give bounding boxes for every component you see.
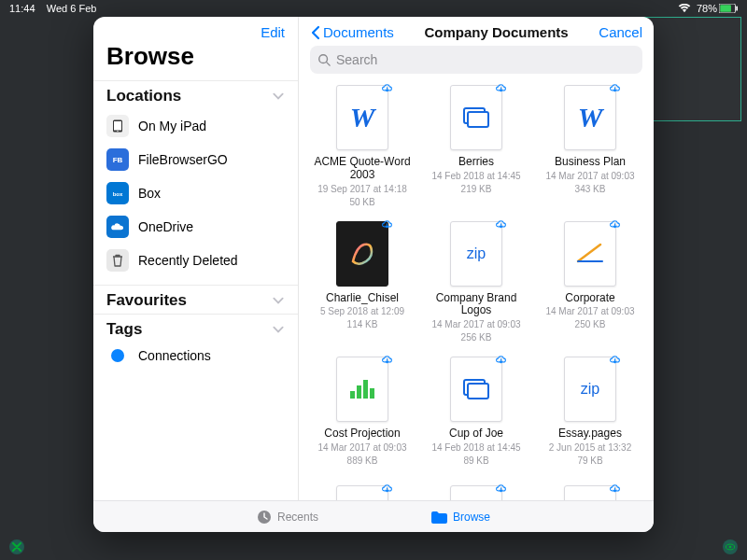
- sidebar-item-label: OneDrive: [138, 219, 193, 234]
- file-item[interactable]: Cup of Joe14 Feb 2018 at 14:4589 KB: [422, 357, 530, 467]
- onedrive-icon: [106, 216, 129, 238]
- svg-rect-6: [114, 121, 121, 131]
- edit-button[interactable]: Edit: [261, 24, 285, 40]
- sidebar-item-label: Recently Deleted: [138, 253, 238, 268]
- file-size: 256 KB: [461, 332, 492, 343]
- tab-browse-label: Browse: [453, 511, 490, 524]
- trash-icon: [106, 249, 129, 272]
- tag-connections[interactable]: Connections: [93, 343, 298, 369]
- file-date: 19 Sep 2017 at 14:18: [317, 184, 407, 195]
- file-date: 2 Jun 2015 at 13:32: [549, 442, 631, 454]
- svg-rect-17: [370, 388, 374, 399]
- section-tags-label: Tags: [106, 320, 142, 339]
- file-thumbnail: [564, 221, 616, 287]
- svg-rect-13: [468, 112, 488, 127]
- file-item[interactable]: WBusiness Plan14 Mar 2017 at 09:03343 KB: [536, 85, 644, 208]
- sidebar-item-box[interactable]: box Box: [93, 176, 298, 210]
- cloud-download-icon: [609, 354, 621, 366]
- svg-rect-19: [468, 384, 488, 399]
- svg-rect-15: [357, 385, 361, 399]
- tab-recents-label: Recents: [277, 511, 318, 524]
- section-favourites-label: Favourites: [106, 291, 187, 310]
- file-item[interactable]: Cost Projection14 Mar 2017 at 09:03889 K…: [308, 357, 416, 467]
- cancel-button[interactable]: Cancel: [599, 24, 642, 40]
- file-thumbnail: zip: [450, 221, 502, 287]
- eye-overlay-icon[interactable]: [723, 539, 738, 554]
- file-date: 14 Feb 2018 at 14:45: [431, 171, 520, 182]
- file-date: 14 Mar 2017 at 09:03: [317, 442, 406, 454]
- file-name: Cup of Joe: [449, 427, 503, 441]
- back-button[interactable]: Documents: [310, 24, 394, 40]
- section-locations-label: Locations: [106, 87, 181, 105]
- sidebar-item-filebrowsergo[interactable]: FB FileBrowserGO: [93, 143, 298, 176]
- file-item[interactable]: Charlie_Chisel5 Sep 2018 at 12:09114 KB: [308, 221, 416, 344]
- cloud-download-icon: [609, 218, 621, 231]
- folder-icon: [430, 511, 447, 524]
- file-size: 889 KB: [347, 455, 378, 467]
- filebrowser-icon: FB: [106, 148, 129, 171]
- file-item[interactable]: Corporate14 Mar 2017 at 09:03250 KB: [536, 221, 644, 344]
- file-name: Corporate: [565, 292, 614, 305]
- file-thumbnail: W: [336, 85, 388, 150]
- file-size: 89 KB: [463, 455, 488, 467]
- file-item[interactable]: Berries14 Feb 2018 at 14:45219 KB: [422, 85, 530, 208]
- sidebar-item-recently-deleted[interactable]: Recently Deleted: [93, 244, 298, 277]
- close-overlay-icon[interactable]: [9, 539, 24, 554]
- file-item[interactable]: zipEssay.pages2 Jun 2015 at 13:3279 KB: [536, 357, 644, 467]
- chevron-down-icon: [272, 323, 285, 336]
- locations-list: On My iPad FB FileBrowserGO box Box OneD…: [93, 109, 298, 285]
- cloud-download-icon: [495, 82, 507, 94]
- file-thumbnail: [450, 85, 502, 150]
- search-field[interactable]: [310, 46, 642, 74]
- main-panel: Documents Company Documents Cancel WACME…: [299, 17, 654, 532]
- cloud-download-icon: [381, 82, 393, 94]
- ipad-icon: [106, 115, 129, 137]
- battery-indicator: 78%: [697, 3, 738, 14]
- sidebar-item-label: Box: [138, 186, 161, 201]
- file-item[interactable]: zipCompany Brand Logos14 Mar 2017 at 09:…: [422, 221, 530, 344]
- chevron-left-icon: [310, 25, 321, 40]
- back-label: Documents: [323, 24, 394, 40]
- svg-point-4: [729, 546, 732, 549]
- file-date: 14 Mar 2017 at 09:03: [545, 306, 634, 317]
- file-thumbnail: zip: [564, 357, 616, 422]
- cloud-download-icon: [381, 218, 393, 231]
- background-controls: [0, 539, 747, 554]
- sidebar-title: Browse: [93, 42, 298, 80]
- file-date: 14 Mar 2017 at 09:03: [545, 171, 634, 182]
- file-size: 343 KB: [575, 184, 606, 195]
- file-thumbnail: [450, 357, 502, 422]
- svg-point-7: [117, 131, 118, 132]
- file-name: Charlie_Chisel: [326, 292, 399, 305]
- svg-rect-16: [363, 380, 368, 399]
- svg-rect-1: [720, 5, 731, 12]
- sidebar-item-onedrive[interactable]: OneDrive: [93, 210, 298, 244]
- tab-recents[interactable]: Recents: [257, 510, 318, 525]
- sidebar-item-label: On My iPad: [138, 119, 206, 133]
- section-favourites[interactable]: Favourites: [93, 285, 298, 314]
- cloud-download-icon: [381, 354, 393, 366]
- file-item[interactable]: WACME Quote-Word 200319 Sep 2017 at 14:1…: [308, 85, 416, 208]
- svg-text:box: box: [113, 191, 123, 197]
- main-header: Documents Company Documents Cancel: [299, 17, 654, 46]
- cloud-download-icon: [609, 483, 621, 495]
- file-grid: WACME Quote-Word 200319 Sep 2017 at 14:1…: [308, 85, 644, 532]
- section-tags[interactable]: Tags: [93, 314, 298, 343]
- status-time: 11:44: [9, 3, 35, 14]
- file-name: Berries: [458, 156, 494, 169]
- file-date: 14 Feb 2018 at 14:45: [431, 442, 520, 454]
- file-name: Essay.pages: [558, 427, 622, 441]
- search-icon: [317, 53, 331, 66]
- cloud-download-icon: [495, 218, 507, 231]
- section-locations[interactable]: Locations: [93, 80, 298, 109]
- svg-line-11: [327, 63, 331, 66]
- file-thumbnail: [336, 357, 388, 422]
- file-name: ACME Quote-Word 2003: [311, 156, 414, 182]
- cloud-download-icon: [495, 354, 507, 366]
- sidebar: Edit Browse Locations On My iPad FB File…: [93, 17, 299, 532]
- search-input[interactable]: [336, 52, 635, 67]
- cloud-download-icon: [381, 483, 393, 495]
- svg-rect-2: [736, 7, 738, 11]
- sidebar-item-on-my-ipad[interactable]: On My iPad: [93, 109, 298, 143]
- tab-browse[interactable]: Browse: [430, 511, 490, 524]
